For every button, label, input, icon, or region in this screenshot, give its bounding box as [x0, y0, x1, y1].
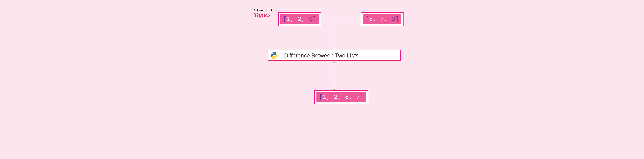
- bracket-open: [: [283, 16, 287, 23]
- bracket-close: ]: [360, 94, 364, 101]
- scaler-topics-logo: SCALER Topics: [254, 8, 273, 18]
- input-list-b: [8, 7, 9]: [361, 12, 404, 26]
- connector-node: [333, 48, 335, 50]
- list-comma: ,: [384, 16, 392, 23]
- list-comma: ,: [290, 16, 298, 23]
- list-value: 7: [356, 94, 360, 101]
- result-list: [1, 2, 8, 7]: [314, 90, 368, 104]
- list-value: 1: [323, 94, 326, 101]
- list-value: 1: [287, 16, 290, 23]
- logo-line-2: Topics: [254, 11, 271, 18]
- connector-node: [333, 62, 335, 64]
- operation-underline: [268, 60, 400, 61]
- list-value: 8: [345, 94, 349, 101]
- connector-line: [334, 20, 334, 48]
- list-comma: ,: [338, 94, 345, 101]
- list-value-highlight: 9: [309, 16, 313, 23]
- bracket-close: ]: [312, 16, 316, 23]
- python-icon-cell: [268, 50, 280, 61]
- operation-box: Difference Between Two Lists: [268, 50, 400, 61]
- connector-line: [334, 64, 334, 88]
- list-value: 7: [380, 16, 384, 23]
- list-comma: ,: [373, 16, 380, 23]
- list-value-highlight: 9: [392, 16, 395, 23]
- list-comma: ,: [302, 16, 309, 23]
- input-list-a: [1, 2, 9]: [278, 12, 321, 26]
- bracket-open: [: [366, 16, 369, 23]
- list-comma: ,: [349, 94, 356, 101]
- list-content: [1, 2, 8, 7]: [316, 92, 366, 102]
- connector-node: [333, 88, 335, 90]
- bracket-close: ]: [395, 16, 399, 23]
- list-value: 2: [334, 94, 338, 101]
- list-content: [8, 7, 9]: [363, 14, 401, 24]
- bracket-open: [: [319, 94, 323, 101]
- operation-label: Difference Between Two Lists: [280, 50, 362, 61]
- list-value: 8: [369, 16, 373, 23]
- list-content: [1, 2, 9]: [280, 14, 319, 24]
- list-value: 2: [298, 16, 302, 23]
- list-comma: ,: [326, 94, 334, 101]
- python-icon: [270, 52, 278, 59]
